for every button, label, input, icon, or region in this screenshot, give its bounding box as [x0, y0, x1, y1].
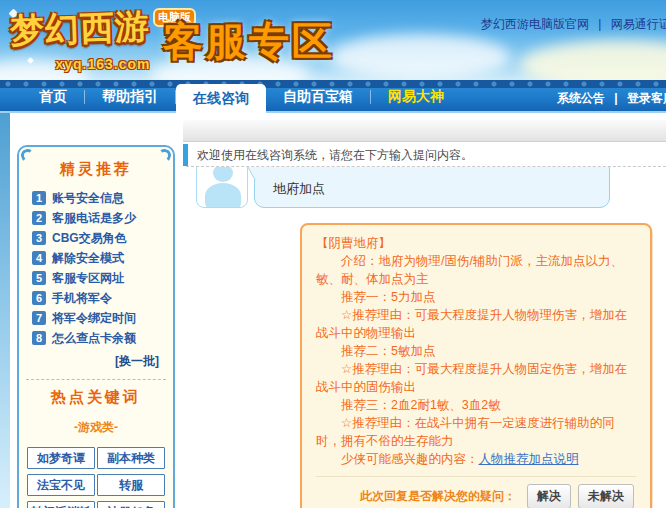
unsolved-button[interactable]: 未解决: [578, 484, 634, 508]
cloud-decoration: [520, 40, 666, 80]
top-links: 梦幻西游电脑版官网 | 网易通行证 | 官方论坛: [481, 16, 666, 33]
sidebar-item-mobile-token[interactable]: 6手机将军令: [32, 288, 173, 308]
main-content: 欢迎使用在线咨询系统，请您在下方输入提问内容。 地府加点 【阴曹地府】 介绍：地…: [183, 113, 666, 508]
keyword-dungeon-types[interactable]: 副本种类: [97, 447, 165, 469]
nav-tabs: 首页 帮助指引 在线咨询 自助百宝箱 网易大神: [22, 80, 461, 113]
answer-reason-3: ☆推荐理由：在战斗中拥有一定速度进行辅助的同时，拥有不俗的生存能力: [316, 414, 636, 450]
refresh-batch-link[interactable]: [换一批]: [19, 353, 173, 370]
main-nav: 首页 帮助指引 在线咨询 自助百宝箱 网易大神 系统公告 | 登录客服 | 我的…: [0, 80, 666, 113]
bubble-tail: [247, 166, 264, 180]
keyword-server-transfer[interactable]: 转服: [97, 474, 165, 496]
recommend-title: 精灵推荐: [19, 160, 173, 179]
answer-intro: 介绍：地府为物理/固伤/辅助门派，主流加点以力、敏、耐、体加点为主: [316, 252, 636, 288]
sidebar-item-service-phone[interactable]: 2客服电话是多少: [32, 208, 173, 228]
blue-accent-bar: [183, 144, 188, 166]
tab-home[interactable]: 首页: [22, 80, 84, 113]
feedback-row: 此次回复是否解决您的疑问： 解决 未解决: [316, 484, 636, 508]
page: 梦幻西游 电脑版 xyq.163.com 客服专区 梦幻西游电脑版官网 | 网易…: [0, 0, 666, 508]
keyword-fabao-missing[interactable]: 法宝不见: [27, 474, 95, 496]
question-bubble: 地府加点: [254, 166, 610, 208]
item-number-badge: 3: [32, 231, 46, 245]
cloud-decoration: [330, 34, 510, 80]
answer-reason-1: ☆推荐理由：可最大程度提升人物物理伤害，增加在战斗中的物理输出: [316, 306, 636, 342]
content-topbar: [183, 120, 666, 142]
answer-reason-2: ☆推荐理由：可最大程度提升人物固定伤害，增加在战斗中的固伤输出: [316, 360, 636, 396]
sidebar-item-account-security[interactable]: 1账号安全信息: [32, 188, 173, 208]
sidebar-item-cbg-trade-role[interactable]: 3CBG交易角色: [32, 228, 173, 248]
recommend-points-link[interactable]: 人物推荐加点说明: [479, 452, 579, 466]
link-system-announcement[interactable]: 系统公告: [557, 91, 605, 105]
sidebar-item-remove-safe-mode[interactable]: 4解除安全模式: [32, 248, 173, 268]
answer-bubble: 【阴曹地府】 介绍：地府为物理/固伤/辅助门派，主流加点以力、敏、耐、体加点为主…: [300, 223, 652, 508]
answer-divider: [316, 476, 636, 477]
item-number-badge: 8: [32, 331, 46, 345]
dashed-divider: [26, 379, 166, 380]
item-number-badge: 4: [32, 251, 46, 265]
sidebar: 精灵推荐 1账号安全信息 2客服电话是多少 3CBG交易角色 4解除安全模式 5…: [17, 145, 175, 508]
nav-right-links: 系统公告 | 登录客服 | 我的咨询: [557, 80, 666, 113]
tab-help-guide[interactable]: 帮助指引: [85, 80, 175, 113]
tab-netease-dashen[interactable]: 网易大神: [371, 80, 461, 113]
sidebar-item-check-card-balance[interactable]: 8怎么查点卡余额: [32, 328, 173, 348]
link-netease-passport[interactable]: 网易通行证: [611, 17, 666, 31]
interest-label: 少侠可能感兴趣的内容：: [341, 452, 479, 466]
answer-title: 【阴曹地府】: [316, 234, 636, 252]
keyword-school-change-cost[interactable]: 转门派消耗: [27, 501, 95, 508]
welcome-row: 欢迎使用在线咨询系统，请您在下方输入提问内容。: [183, 144, 666, 166]
item-number-badge: 6: [32, 291, 46, 305]
item-number-badge: 2: [32, 211, 46, 225]
avatar-torso-shape: [205, 183, 241, 208]
avatar-head-shape: [213, 166, 233, 182]
keyword-artifact-quest[interactable]: 神器任务: [97, 501, 165, 508]
answer-recommend-2: 推荐二：5敏加点: [316, 342, 636, 360]
left-edge-decoration: [0, 113, 10, 508]
item-number-badge: 7: [32, 311, 46, 325]
answer-recommend-1: 推荐一：5力加点: [316, 288, 636, 306]
feedback-question: 此次回复是否解决您的疑问：: [360, 488, 516, 505]
sidebar-item-token-bind-time[interactable]: 7将军令绑定时间: [32, 308, 173, 328]
tab-self-service-toolbox[interactable]: 自助百宝箱: [266, 80, 370, 113]
link-separator: |: [614, 91, 617, 105]
link-separator: |: [598, 17, 601, 31]
logo-title: 梦幻西游: [9, 4, 151, 55]
link-pc-official-site[interactable]: 梦幻西游电脑版官网: [481, 17, 589, 31]
solved-button[interactable]: 解决: [527, 484, 571, 508]
chat-area: 地府加点 【阴曹地府】 介绍：地府为物理/固伤/辅助门派，主流加点以力、敏、耐、…: [186, 166, 666, 508]
site-header: 梦幻西游 电脑版 xyq.163.com 客服专区 梦幻西游电脑版官网 | 网易…: [0, 0, 666, 80]
tab-online-consult[interactable]: 在线咨询: [176, 84, 266, 113]
question-row: 地府加点: [186, 167, 666, 213]
page-title: 客服专区: [163, 14, 335, 69]
category-label: -游戏类-: [19, 419, 173, 436]
link-login-service[interactable]: 登录客服: [627, 91, 666, 105]
item-number-badge: 1: [32, 191, 46, 205]
sidebar-item-service-zone-url[interactable]: 5客服专区网址: [32, 268, 173, 288]
welcome-message: 欢迎使用在线咨询系统，请您在下方输入提问内容。: [197, 147, 473, 164]
question-text: 地府加点: [273, 181, 325, 196]
keyword-rumeng-qitan[interactable]: 如梦奇谭: [27, 447, 95, 469]
interest-row: 少侠可能感兴趣的内容：人物推荐加点说明: [316, 450, 636, 468]
keyword-grid: 如梦奇谭 副本种类 法宝不见 转服 转门派消耗 神器任务: [27, 447, 165, 508]
answer-recommend-3: 推荐三：2血2耐1敏、3血2敏: [316, 396, 636, 414]
recommend-list: 1账号安全信息 2客服电话是多少 3CBG交易角色 4解除安全模式 5客服专区网…: [19, 188, 173, 348]
item-number-badge: 5: [32, 271, 46, 285]
user-avatar: [196, 166, 248, 208]
hot-keywords-title: 热点关键词: [19, 388, 173, 407]
